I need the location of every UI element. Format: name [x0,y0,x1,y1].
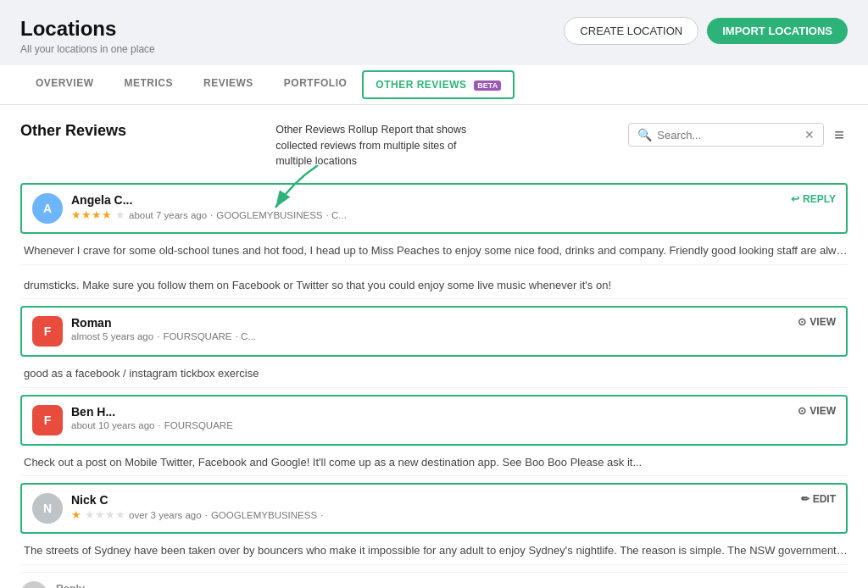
reviewer-left-roman: F Roman almost 5 years ago · FOURSQUARE … [32,316,798,347]
avatar-ben: F [32,405,63,435]
action-view-roman[interactable]: ⊙ VIEW [798,316,836,328]
reply-title: Reply [56,583,85,588]
eye-icon-roman: ⊙ [798,316,806,328]
reply-section: R Reply over 3 years ago Good evening Ni… [20,572,848,588]
stars-nick: ★ [71,508,81,521]
reviewer-info-angela: Angela C... ★★★★★ about 7 years ago · GO… [71,193,791,221]
search-input[interactable] [657,129,799,141]
edit-icon-nick: ✏ [801,493,810,505]
header-actions: CREATE LOCATION IMPORT LOCATIONS [564,17,848,45]
annotation-text: Other Reviews Rollup Report that shows c… [275,122,479,169]
action-label-angela: REPLY [803,193,836,205]
review-text2-angela: drumsticks. Make sure you follow them on… [20,272,848,300]
reviewer-meta-ben: about 10 years ago · FOURSQUARE [71,420,798,430]
reviewer-meta-nick: ★★★★★ over 3 years ago · GOOGLEMYBUSINES… [71,508,801,521]
create-location-button[interactable]: CREATE LOCATION [564,17,698,45]
review-card-nick: N Nick C ★★★★★ over 3 years ago · GOOGLE… [20,483,848,534]
section-title: Other Reviews [20,122,126,140]
review-text-nick: The streets of Sydney have been taken ov… [20,537,848,565]
tabs-bar: OVERVIEW METRICS REVIEWS PORTFOLIO OTHER… [0,65,868,105]
source-name-ben: FOURSQUARE [164,420,233,430]
tab-metrics[interactable]: METRICS [108,65,188,104]
search-box: 🔍 ✕ [628,123,824,147]
reviewer-name-roman: Roman [71,316,798,330]
tab-portfolio[interactable]: PORTFOLIO [269,65,363,104]
reply-meta: Reply over 3 years ago [56,583,135,588]
source-name-nick: GOOGLEMYBUSINESS [211,510,317,520]
page-title: Locations [20,17,155,42]
action-label-nick: EDIT [813,493,836,505]
avatar-initials-roman: F [44,325,52,338]
review-text-roman: good as a facebook / instagram tickbox e… [20,360,848,388]
reviewer-meta-angela: ★★★★★ about 7 years ago · GOOGLEMYBUSINE… [71,208,791,221]
review-card-inner-ben: F Ben H... about 10 years ago · FOURSQUA… [32,405,836,435]
stars-angela: ★★★★ [71,208,112,221]
import-locations-button[interactable]: IMPORT LOCATIONS [707,18,848,44]
search-icon: 🔍 [637,128,652,141]
time-ago-angela: about 7 years ago [129,210,207,220]
stars-empty-angela: ★ [115,208,125,221]
action-edit-nick[interactable]: ✏ EDIT [801,493,836,505]
reviewer-info-roman: Roman almost 5 years ago · FOURSQUARE · … [71,316,798,341]
review-text-angela: Whenever I crave for some old-school tun… [20,237,848,265]
review-text-ben: Check out a post on Mobile Twitter, Face… [20,449,848,477]
reply-header-row: R Reply over 3 years ago [20,581,848,588]
reviewer-left-angela: A Angela C... ★★★★★ about 7 years ago · … [32,193,791,224]
action-label-roman: VIEW [810,316,836,328]
reviewer-name-angela: Angela C... [71,193,791,207]
action-label-ben: VIEW [810,405,836,417]
search-filter-row: 🔍 ✕ ≡ [628,122,848,148]
review-nick: N Nick C ★★★★★ over 3 years ago · GOOGLE… [20,483,848,588]
review-ben: F Ben H... about 10 years ago · FOURSQUA… [20,395,848,477]
stars-empty-nick: ★★★★ [85,508,125,521]
filter-icon[interactable]: ≡ [831,122,848,148]
reply-icon-angela: ↩ [791,193,799,205]
reviewer-info-nick: Nick C ★★★★★ over 3 years ago · GOOGLEMY… [71,493,801,521]
review-card-ben: F Ben H... about 10 years ago · FOURSQUA… [20,395,848,446]
content-area: Other Reviews Other Reviews Rollup Repor… [0,105,868,588]
search-clear-icon[interactable]: ✕ [804,128,815,141]
source-name-roman: FOURSQUARE [163,331,231,341]
review-card-angela: A Angela C... ★★★★★ about 7 years ago · … [20,183,848,234]
beta-badge: BETA [474,80,501,91]
reply-label: Reply [56,583,135,588]
action-view-ben[interactable]: ⊙ VIEW [798,405,836,417]
review-card-inner-angela: A Angela C... ★★★★★ about 7 years ago · … [32,193,836,224]
top-row: Other Reviews Other Reviews Rollup Repor… [20,122,848,169]
avatar-nick: N [32,493,63,524]
source-sep-roman: · [157,331,159,341]
avatar-roman: F [32,316,63,347]
time-ago-nick: over 3 years ago [129,510,202,520]
source-sep-ben: · [158,420,160,430]
action-reply-angela[interactable]: ↩ REPLY [791,193,836,205]
source-angela: · [210,210,213,220]
source-extra-nick: · [320,510,323,520]
avatar-initials-nick: N [43,502,52,515]
avatar-initials-ben: F [44,413,52,427]
page-subtitle: All your locations in one place [20,43,155,55]
tab-overview[interactable]: OVERVIEW [20,65,108,104]
reviewer-meta-roman: almost 5 years ago · FOURSQUARE · C... [71,331,798,341]
avatar-initials-angela: A [43,202,52,215]
review-roman: F Roman almost 5 years ago · FOURSQUARE … [20,306,848,388]
avatar-angela: A [32,193,63,224]
page-header: Locations All your locations in one plac… [0,0,868,65]
reviewer-left-nick: N Nick C ★★★★★ over 3 years ago · GOOGLE… [32,493,801,524]
eye-icon-ben: ⊙ [798,405,806,417]
time-ago-roman: almost 5 years ago [71,331,153,341]
tab-other-reviews-wrapper: OTHER REVIEWS BETA [362,70,515,99]
review-card-roman: F Roman almost 5 years ago · FOURSQUARE … [20,306,848,357]
tab-reviews[interactable]: REVIEWS [188,65,269,104]
source-sep-nick: · [205,510,208,520]
review-angela: A Angela C... ★★★★★ about 7 years ago · … [20,183,848,299]
review-card-inner-roman: F Roman almost 5 years ago · FOURSQUARE … [32,316,836,347]
time-ago-ben: about 10 years ago [71,420,154,430]
header-left: Locations All your locations in one plac… [20,17,155,55]
tab-other-reviews[interactable]: OTHER REVIEWS BETA [364,72,513,97]
section-title-block: Other Reviews [20,122,126,140]
annotation-arrow [267,165,335,216]
source-extra-roman: · C... [236,331,256,341]
reviewer-left-ben: F Ben H... about 10 years ago · FOURSQUA… [32,405,798,435]
page-wrapper: Locations All your locations in one plac… [0,0,868,588]
reviewer-name-ben: Ben H... [71,405,798,419]
